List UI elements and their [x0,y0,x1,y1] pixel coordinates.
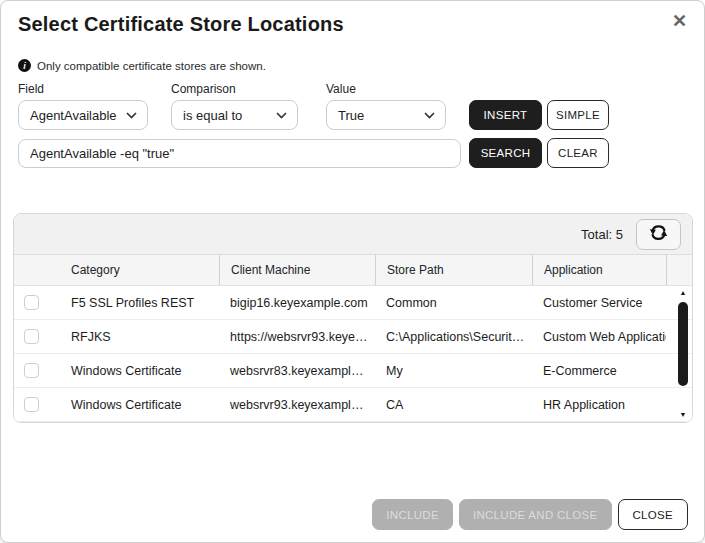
column-header-client-machine: Client Machine [219,255,375,285]
table-row[interactable]: Windows Certificate websrvr93.keyexampl…… [14,388,692,422]
vertical-scrollbar[interactable]: ▲ ▼ [677,289,689,419]
include-and-close-button[interactable]: INCLUDE AND CLOSE [459,499,612,530]
clear-button[interactable]: CLEAR [547,138,609,168]
insert-button[interactable]: INSERT [469,100,542,130]
column-header-category: Category [60,255,219,285]
cell-category: F5 SSL Profiles REST [60,286,219,319]
column-header-application: Application [532,255,666,285]
cell-client-machine: websrvr83.keyexampl… [219,354,375,387]
refresh-button[interactable] [636,219,681,250]
info-banner: i Only compatible certificate stores are… [18,59,704,72]
value-select-value: True [338,108,364,123]
scrollbar-thumb[interactable] [678,302,688,386]
search-query-input[interactable] [18,139,461,168]
field-select[interactable]: AgentAvailable [18,100,148,130]
search-button[interactable]: SEARCH [469,138,542,168]
include-button[interactable]: INCLUDE [372,499,453,530]
info-icon: i [18,59,31,72]
scroll-up-icon[interactable]: ▲ [680,289,687,297]
simple-button[interactable]: SIMPLE [547,100,609,130]
scroll-down-icon[interactable]: ▼ [680,411,687,419]
cell-client-machine: websrvr93.keyexampl… [219,388,375,421]
row-checkbox[interactable] [24,397,39,412]
chevron-down-icon [276,112,287,119]
cell-store-path: Common [375,286,532,319]
info-text: Only compatible certificate stores are s… [37,60,266,72]
cell-store-path: My [375,354,532,387]
cell-category: Windows Certificate [60,354,219,387]
checkbox-column-header [14,255,60,285]
comparison-column: Comparison is equal to [171,82,326,130]
cell-application: Customer Service [532,286,666,319]
cell-application: HR Application [532,388,666,421]
table-header-row: Category Client Machine Store Path Appli… [14,255,692,286]
chevron-down-icon [424,112,435,119]
comparison-label: Comparison [171,82,326,96]
cell-client-machine: https://websrvr93.keye… [219,320,375,353]
value-label: Value [326,82,469,96]
scrollbar-gutter-header [666,255,680,285]
comparison-select[interactable]: is equal to [171,100,298,130]
chevron-down-icon [126,112,137,119]
row-checkbox[interactable] [24,329,39,344]
row-checkbox[interactable] [24,363,39,378]
table-row[interactable]: F5 SSL Profiles REST bigip16.keyexample.… [14,286,692,320]
cell-category: Windows Certificate [60,388,219,421]
close-button[interactable]: CLOSE [618,499,689,530]
query-builder-row: Field AgentAvailable Comparison is equal… [18,82,687,130]
field-label: Field [18,82,171,96]
field-column: Field AgentAvailable [18,82,171,130]
select-certificate-store-locations-dialog: Select Certificate Store Locations ✕ i O… [0,0,705,543]
table-row[interactable]: RFJKS https://websrvr93.keye… C:\Applica… [14,320,692,354]
row-checkbox[interactable] [24,295,39,310]
cell-application: E-Commerce [532,354,666,387]
search-row: SEARCH CLEAR [18,138,687,168]
cell-store-path: C:\Applications\Securit… [375,320,532,353]
close-icon[interactable]: ✕ [668,8,691,34]
comparison-select-value: is equal to [183,108,242,123]
total-count: Total: 5 [581,227,623,242]
dialog-header: Select Certificate Store Locations ✕ [1,1,704,36]
table-row[interactable]: Windows Certificate websrvr83.keyexampl…… [14,354,692,388]
cell-application: Custom Web Application [532,320,666,353]
value-select[interactable]: True [326,100,446,130]
refresh-icon [649,224,668,245]
value-column: Value True [326,82,469,130]
field-select-value: AgentAvailable [30,108,117,123]
column-header-store-path: Store Path [375,255,532,285]
scrollbar-track[interactable] [678,299,688,409]
cell-category: RFJKS [60,320,219,353]
results-panel: Total: 5 Category Client Machine Store P… [13,213,693,423]
cell-store-path: CA [375,388,532,421]
dialog-footer: INCLUDE INCLUDE AND CLOSE CLOSE [372,499,688,530]
dialog-title: Select Certificate Store Locations [18,13,686,36]
cell-client-machine: bigip16.keyexample.com [219,286,375,319]
results-toolbar: Total: 5 [14,214,692,255]
table-body: F5 SSL Profiles REST bigip16.keyexample.… [14,286,692,422]
